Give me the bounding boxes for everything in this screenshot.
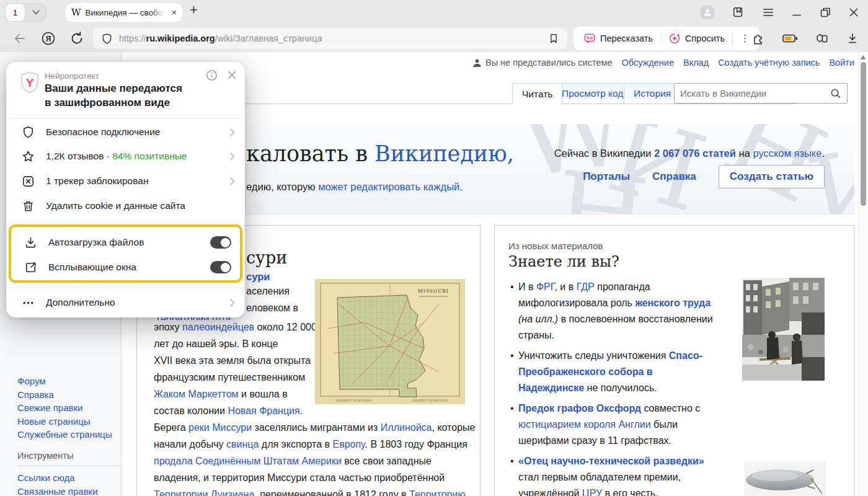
sidebar-link[interactable]: Форум <box>17 374 118 388</box>
text-segment: . <box>300 405 303 416</box>
popup-window-icon <box>24 260 38 275</box>
wiki-search-input[interactable] <box>680 88 830 99</box>
close-icon[interactable] <box>226 69 237 81</box>
text-segment: не получилось. <box>584 383 657 393</box>
search-icon[interactable] <box>830 87 841 99</box>
restore-window-icon[interactable] <box>819 6 831 19</box>
collections-tag-icon[interactable] <box>815 32 829 45</box>
inline-link[interactable]: реки Миссури <box>188 422 252 433</box>
sidebar-link[interactable]: Новые страницы <box>17 415 118 428</box>
sidebar-link[interactable]: Связанные правки <box>17 485 118 496</box>
sidebar-link[interactable]: Ссылки сюда <box>17 471 118 485</box>
bookmark-icon[interactable] <box>547 32 560 45</box>
tab-read[interactable]: Читать <box>512 83 562 104</box>
inline-link[interactable]: «Отец научно-технической разведки» <box>518 456 704 466</box>
inline-link[interactable]: Новая Франция <box>228 405 299 416</box>
nav-controls: Я <box>12 25 84 52</box>
inline-link[interactable]: может редактировать каждый <box>318 181 459 192</box>
browser-window: ФорумСправкаСвежие правкиНовые страницыС… <box>0 0 868 496</box>
protect-brand: Нейропротект <box>45 71 99 81</box>
popups-toggle[interactable] <box>210 261 231 273</box>
inline-link[interactable]: ГДР <box>577 281 595 292</box>
inline-link[interactable]: Территорию <box>409 489 465 496</box>
profile-avatar[interactable] <box>700 5 715 20</box>
create-article-button[interactable]: Создать статью <box>719 165 825 188</box>
chevron-right-icon <box>230 177 235 185</box>
personal-link[interactable]: Вклад <box>683 58 709 68</box>
extensions-puzzle-icon[interactable] <box>751 32 765 45</box>
sidebar-link[interactable]: Справка <box>17 388 118 402</box>
ask-button[interactable]: Спросить <box>661 27 732 50</box>
inline-link[interactable]: женского труда <box>635 298 711 308</box>
tab-close-icon[interactable]: × <box>172 8 177 17</box>
yandex-icon[interactable]: Я <box>40 30 56 46</box>
wikipedia-favicon: W <box>71 7 81 18</box>
dyk-kicker: Из новых материалов <box>508 241 603 251</box>
close-window-icon[interactable] <box>848 7 859 18</box>
retell-button[interactable]: «« Пересказать <box>576 27 660 50</box>
new-tab-button[interactable]: + <box>190 2 198 18</box>
help-link[interactable]: Справка <box>652 170 696 183</box>
highlighted-settings-box: Автозагрузка файлов Всплывающие окна <box>9 224 242 283</box>
tracker-blocked-row[interactable]: 1 трекер заблокирован <box>6 169 245 193</box>
inline-link[interactable]: Иллинойса <box>381 422 432 433</box>
article-line: Территории Луизиана, переименованной в 1… <box>154 486 475 496</box>
secure-connection-row[interactable]: Безопасное подключение <box>6 120 245 144</box>
shield-icon <box>21 125 35 140</box>
dyk-bullet: «Отец научно-технической разведки» стал … <box>510 453 717 496</box>
tab-history[interactable]: История <box>624 83 681 104</box>
bookmarks-panel-icon[interactable] <box>732 6 745 19</box>
inline-link[interactable]: палеоиндейцев <box>182 322 254 332</box>
inline-link[interactable]: продала Соединённым Штатам Америки <box>154 456 342 466</box>
url-text[interactable]: https://ru.wikipedia.org/wiki/Заглавная_… <box>119 33 322 43</box>
address-bar[interactable]: https://ru.wikipedia.org/wiki/Заглавная_… <box>93 28 567 49</box>
scrollbar-thumb[interactable] <box>861 62 866 206</box>
inline-link[interactable]: Предок графов Оксфорд <box>518 403 641 414</box>
chevron-down-icon[interactable] <box>25 4 46 21</box>
protect-shield-icon[interactable] <box>100 32 113 45</box>
downloads-icon[interactable] <box>846 32 859 45</box>
auto-download-toggle[interactable] <box>210 236 231 249</box>
trash-icon <box>21 199 35 213</box>
sidebar-links: ФорумСправкаСвежие правкиНовые страницыС… <box>17 374 118 496</box>
wiki-search-box[interactable] <box>674 83 848 104</box>
chevron-right-icon <box>230 128 235 136</box>
browser-toolbar: Я https://ru.wikipedia.org/wiki/Заглавна… <box>0 25 868 52</box>
article-line: владения, и территория Миссури стала час… <box>154 469 475 486</box>
inline-link[interactable]: Европу <box>332 439 365 450</box>
inline-link[interactable]: юстициарием короля Англии <box>518 419 651 430</box>
inline-link[interactable]: Территории Луизиана <box>154 489 254 496</box>
inline-link[interactable]: ФРГ <box>536 281 555 292</box>
scrollbar-up-arrow[interactable] <box>860 55 866 61</box>
toolbar-icons <box>751 25 859 52</box>
back-icon[interactable] <box>12 31 27 46</box>
battery-icon[interactable] <box>782 32 798 45</box>
tab-counter[interactable]: 1 <box>5 3 46 22</box>
browser-top-bar: 1 W Википедия — свободна × + <box>0 0 868 25</box>
inline-link[interactable]: русском языке <box>753 148 822 159</box>
inline-link[interactable]: свинца <box>226 439 259 450</box>
tab-count[interactable]: 1 <box>6 4 25 21</box>
inline-link[interactable]: Жаком Маркеттом <box>154 389 239 399</box>
text-segment: для экспорта в <box>259 439 332 450</box>
auto-download-row: Автозагрузка файлов <box>11 230 240 255</box>
inline-link[interactable]: ЦРУ <box>582 488 602 496</box>
info-icon[interactable] <box>206 69 218 81</box>
personal-link[interactable]: Обсуждение <box>621 58 673 68</box>
featured-title-link-fragment[interactable]: сури <box>246 271 270 283</box>
reviews-row[interactable]: 1,2К отзывов · 84% позитивные <box>6 144 245 169</box>
browser-tab-active[interactable]: W Википедия — свободна × <box>66 3 182 22</box>
sidebar-tools-header: Инструменты <box>17 450 120 467</box>
minimize-icon[interactable] <box>791 7 802 18</box>
personal-link[interactable]: Войти <box>829 58 854 68</box>
dyk-bullet: Уничтожить следы уничтожения Спасо-Преоб… <box>510 348 717 396</box>
inline-link[interactable]: 2 067 076 статей <box>654 148 736 159</box>
personal-link[interactable]: Создать учётную запись <box>718 58 820 68</box>
sidebar-link[interactable]: Свежие правки <box>17 401 118 415</box>
delete-cookies-row[interactable]: Удалить cookie и данные сайта <box>6 193 245 218</box>
portals-link[interactable]: Порталы <box>583 170 630 183</box>
sidebar-link[interactable]: Служебные страницы <box>17 428 118 441</box>
menu-icon[interactable] <box>762 6 774 19</box>
refresh-icon[interactable] <box>69 31 84 46</box>
more-options-row[interactable]: Дополнительно <box>6 290 245 315</box>
